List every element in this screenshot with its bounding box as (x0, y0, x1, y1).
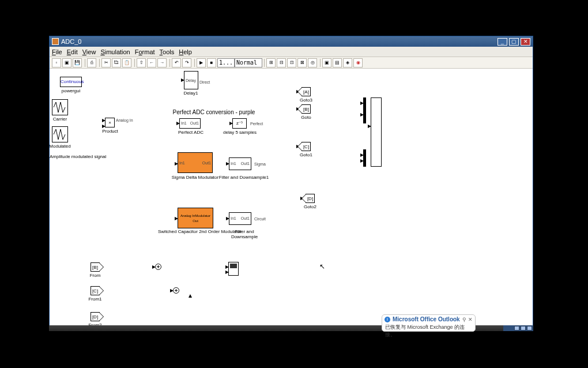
tool-2[interactable]: ⊟ (277, 58, 286, 67)
system-tray[interactable] (503, 325, 533, 331)
sep (99, 59, 100, 67)
info-icon: i (385, 317, 390, 322)
wiring-svg (50, 69, 533, 331)
label-perfect-adc: Perfect ADC (174, 130, 208, 135)
block-fds1[interactable]: In1 Out1 (229, 157, 251, 170)
outlook-notification[interactable]: i Microsoft Office Outlook ⚲ ✕ 已恢复与 Micr… (382, 314, 476, 332)
label-gotoD: Goto2 (300, 204, 320, 209)
tool-stop[interactable]: ■ (207, 58, 216, 67)
block-delay1[interactable]: Delay (184, 71, 198, 89)
block-sum2[interactable] (173, 287, 179, 294)
toolbar: ▫ ▣ 💾 ⎙ ✂ ⿻ 📋 ⇧ ← → ↶ ↷ ▶ ■ ⊞ ⊟ ⊡ ⊠ ◎ ▣ … (50, 57, 533, 69)
label-sdm: Sigma Delta Modulator (168, 175, 223, 180)
label-carrier: Carrier (50, 117, 70, 122)
label-gotoA: Goto3 (296, 97, 316, 103)
label-powergui: powergui (55, 88, 86, 93)
notification-pin-icon[interactable]: ⚲ (462, 317, 466, 322)
sep (264, 59, 265, 67)
block-sum1[interactable] (155, 264, 161, 270)
tool-save[interactable]: 💾 (73, 58, 82, 67)
tool-5[interactable]: ◎ (308, 58, 317, 67)
tool-open[interactable]: ▣ (62, 58, 71, 67)
tool-run[interactable]: ▶ (197, 58, 206, 67)
tool-3[interactable]: ⊡ (287, 58, 296, 67)
maximize-button[interactable]: ▢ (509, 38, 519, 46)
tool-8[interactable]: ◈ (343, 58, 352, 67)
block-fds2[interactable]: In1 Out1 (229, 212, 251, 225)
sep (194, 59, 195, 67)
block-sdm[interactable]: In1 Out1 (178, 152, 213, 173)
app-icon (52, 38, 59, 45)
block-powergui[interactable]: Continuous (60, 77, 82, 87)
menu-view[interactable]: View (82, 48, 96, 55)
label-ams: Amplitude modulated signal (50, 154, 136, 159)
tool-6[interactable]: ▣ (322, 58, 331, 67)
menu-simulation[interactable]: Simulation (100, 48, 130, 55)
block-sc2[interactable]: Analog InModulator Out (178, 208, 213, 228)
notification-close-icon[interactable]: ✕ (468, 317, 473, 322)
signal-sigma: Sigma (254, 162, 266, 166)
block-fromB[interactable]: [B] (91, 262, 100, 272)
tool-fwd[interactable]: → (157, 58, 167, 67)
block-perfect-adc[interactable]: In1 Out1 (179, 118, 201, 129)
tool-paste[interactable]: 📋 (122, 58, 131, 67)
block-carrier[interactable] (52, 99, 68, 115)
block-mux2[interactable] (363, 149, 366, 167)
sim-mode-select[interactable] (235, 58, 262, 67)
stop-time-input[interactable] (217, 58, 235, 67)
block-modulated[interactable] (52, 126, 68, 142)
menu-file[interactable]: File (52, 48, 62, 55)
sep (320, 59, 321, 67)
signal-circuit: Circuit (254, 217, 266, 221)
block-gotoD[interactable]: [D] (306, 194, 315, 203)
label-perfect-title: Perfect ADC conversion - purple (162, 109, 266, 115)
block-fromD[interactable]: [D] (91, 312, 100, 321)
sep (169, 59, 170, 67)
minimize-button[interactable]: _ (497, 38, 507, 46)
tool-undo[interactable]: ↶ (172, 58, 181, 67)
tool-cut[interactable]: ✂ (101, 58, 111, 67)
label-gotoC: Goto1 (296, 152, 316, 157)
block-scope1[interactable] (371, 97, 382, 167)
block-gotoB[interactable]: [B] (301, 104, 311, 114)
signal-perfect: Perfect (250, 122, 263, 126)
tool-copy[interactable]: ⿻ (112, 58, 121, 67)
menubar: File Edit View Simulation Format Tools H… (50, 47, 533, 57)
tool-print[interactable]: ⎙ (87, 58, 96, 67)
block-gotoC[interactable]: [C] (301, 142, 311, 151)
tool-9[interactable]: ◉ (353, 58, 363, 67)
menu-edit[interactable]: Edit (67, 48, 78, 55)
tool-7[interactable]: ▤ (333, 58, 342, 67)
signal-direct: Direct (199, 80, 210, 84)
block-gotoA[interactable]: [A] (301, 87, 311, 96)
label-modulated: Modulated (50, 144, 73, 149)
label-fromB: From (85, 273, 105, 278)
label-gotoB: Goto (296, 115, 316, 120)
notification-title: Microsoft Office Outlook (393, 316, 461, 322)
tool-1[interactable]: ⊞ (266, 58, 276, 67)
tool-up[interactable]: ⇧ (137, 58, 146, 67)
model-canvas[interactable]: Continuous powergui Carrier Modulated × … (50, 69, 533, 331)
titlebar: ADC_0 _ ▢ ✕ (50, 36, 533, 47)
sep (134, 59, 135, 67)
block-delay5[interactable]: z⁻⁵ (232, 118, 247, 129)
menu-format[interactable]: Format (135, 48, 155, 55)
menu-tools[interactable]: Tools (160, 48, 175, 55)
tool-4[interactable]: ⊠ (297, 58, 307, 67)
label-fromC: From1 (85, 296, 105, 302)
block-scope2[interactable] (228, 262, 239, 276)
tool-back[interactable]: ← (147, 58, 156, 67)
label-delay1: Delay1 (179, 91, 202, 96)
label-product: Product (99, 129, 122, 134)
sep (85, 59, 85, 67)
label-fds2: Filter and Downsample (221, 229, 267, 239)
close-button[interactable]: ✕ (521, 38, 530, 46)
block-mux1[interactable] (363, 97, 366, 123)
block-fromC[interactable]: [C] (91, 286, 100, 295)
signal-analog-in: Analog In (116, 118, 133, 122)
simulink-window: ADC_0 _ ▢ ✕ File Edit View Simulation Fo… (49, 36, 533, 331)
block-product[interactable]: × (105, 118, 115, 127)
menu-help[interactable]: Help (179, 48, 192, 55)
tool-new[interactable]: ▫ (52, 58, 61, 67)
tool-redo[interactable]: ↷ (182, 58, 191, 67)
